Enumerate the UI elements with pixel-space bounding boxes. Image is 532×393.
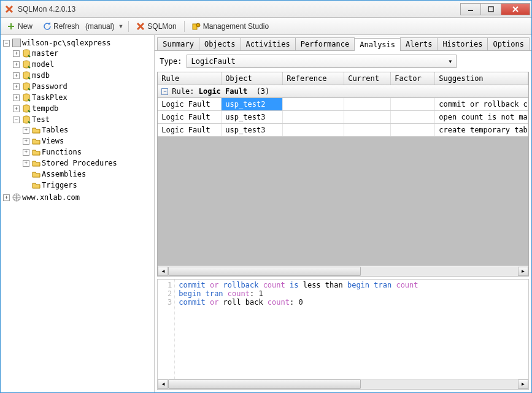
expand-icon[interactable]: + <box>3 194 10 201</box>
expand-icon[interactable]: + <box>13 50 20 57</box>
grid-cell-object[interactable]: usp_test2 <box>222 98 283 110</box>
scroll-thumb[interactable] <box>168 380 360 389</box>
code-horizontal-scrollbar[interactable]: ◄ ► <box>158 379 528 389</box>
type-value: LogicFault <box>191 57 235 66</box>
grid-cell-object[interactable]: usp_test3 <box>222 111 283 123</box>
expand-icon[interactable]: + <box>13 61 20 68</box>
svg-point-3 <box>196 23 200 27</box>
grid-header-cell[interactable]: Object <box>222 72 283 85</box>
collapse-icon[interactable]: − <box>3 40 10 47</box>
scroll-track[interactable] <box>168 267 518 276</box>
scroll-thumb[interactable] <box>168 267 360 276</box>
maximize-button[interactable] <box>480 3 501 15</box>
collapse-icon[interactable]: − <box>13 116 20 123</box>
grid-cell-rule[interactable]: Logic Fault <box>158 124 222 136</box>
grid-cell-reference[interactable] <box>283 111 344 123</box>
tree-db-item[interactable]: +model <box>13 59 153 69</box>
tree-url-label: www.xnlab.com <box>22 193 80 202</box>
tab-histories[interactable]: Histories <box>437 37 488 50</box>
expand-icon[interactable]: + <box>13 72 20 79</box>
grid-cell-object[interactable]: usp_test3 <box>222 124 283 136</box>
tab-alerts[interactable]: Alerts <box>400 37 438 50</box>
grid-cell-factor[interactable] <box>391 111 435 123</box>
grid-row[interactable]: Logic Faultusp_test2commit or rollback c… <box>158 98 528 111</box>
scroll-left-button[interactable]: ◄ <box>158 380 168 389</box>
tree-db-item[interactable]: −Test <box>13 115 153 124</box>
code-content[interactable]: commit or rollback count is less than be… <box>175 280 528 379</box>
expand-icon[interactable]: + <box>23 127 29 134</box>
grid-cell-suggestion[interactable]: commit or rollback count i <box>435 98 528 110</box>
type-dropdown[interactable]: LogicFault ▾ <box>187 55 457 68</box>
tree-folder-item[interactable]: +Functions <box>23 147 153 157</box>
expand-icon[interactable]: + <box>13 83 20 90</box>
database-icon <box>22 49 31 58</box>
tab-objects[interactable]: Objects <box>199 37 241 50</box>
grid-cell-current[interactable] <box>344 98 391 110</box>
tree-db-item[interactable]: +Password <box>13 82 153 91</box>
expand-icon[interactable]: + <box>23 160 29 167</box>
tree-db-label: model <box>32 59 54 69</box>
tree-folder-item[interactable]: +Stored Procedures <box>23 158 153 168</box>
tree-folder-item[interactable]: +Tables <box>23 125 153 135</box>
tree-url[interactable]: + www.xnlab.com <box>3 193 153 202</box>
expand-icon[interactable]: + <box>23 138 29 145</box>
scroll-left-button[interactable]: ◄ <box>158 267 168 276</box>
tree-folder-item[interactable]: Assemblies <box>23 169 153 179</box>
grid-cell-current[interactable] <box>344 111 391 123</box>
refresh-button[interactable]: Refresh <box>39 21 83 32</box>
close-button[interactable] <box>501 3 530 15</box>
grid-cell-current[interactable] <box>344 124 391 136</box>
grid-cell-reference[interactable] <box>283 124 344 136</box>
folder-icon <box>32 170 40 178</box>
grid-cell-rule[interactable]: Logic Fault <box>158 111 222 123</box>
scroll-right-button[interactable]: ► <box>518 380 528 389</box>
grid-body[interactable]: −Rule: Logic Fault (3)Logic Faultusp_tes… <box>158 85 528 265</box>
tree-folder-label: Stored Procedures <box>42 158 117 168</box>
grid-row[interactable]: Logic Faultusp_test3create temporary tab… <box>158 124 528 137</box>
tab-analysis[interactable]: Analysis <box>354 38 401 51</box>
mgmt-studio-icon <box>192 22 201 31</box>
collapse-icon[interactable]: − <box>161 88 168 95</box>
expand-icon[interactable]: + <box>23 149 29 156</box>
grid-header-cell[interactable]: Suggestion <box>435 72 528 85</box>
new-button[interactable]: New <box>3 21 36 32</box>
sidebar[interactable]: − wilson-pc\sqlexpress +master+model+msd… <box>1 35 155 392</box>
scroll-track[interactable] <box>168 380 518 389</box>
tree-db-item[interactable]: +tempdb <box>13 104 153 113</box>
grid-header-cell[interactable]: Current <box>344 72 391 85</box>
tree-folder-item[interactable]: +Views <box>23 136 153 146</box>
grid-header-cell[interactable]: Reference <box>283 72 344 85</box>
scroll-right-button[interactable]: ► <box>518 267 528 276</box>
tab-activities[interactable]: Activities <box>241 37 296 50</box>
expand-icon[interactable]: + <box>13 105 20 112</box>
database-icon <box>22 104 31 113</box>
grid-group-row[interactable]: −Rule: Logic Fault (3) <box>158 85 528 97</box>
grid-cell-suggestion[interactable]: create temporary table cou <box>435 124 528 136</box>
tree-folder-label: Assemblies <box>42 169 86 179</box>
grid-cell-factor[interactable] <box>391 98 435 110</box>
tab-summary[interactable]: Summary <box>157 37 199 50</box>
database-icon <box>22 115 31 124</box>
grid-cell-factor[interactable] <box>391 124 435 136</box>
folder-icon <box>32 181 40 189</box>
grid-cell-rule[interactable]: Logic Fault <box>158 98 222 110</box>
tab-options[interactable]: Options <box>487 37 530 50</box>
grid-header-cell[interactable]: Rule <box>158 72 222 85</box>
grid-cell-suggestion[interactable]: open count is not matching <box>435 111 528 123</box>
tree-root[interactable]: − wilson-pc\sqlexpress <box>3 38 153 48</box>
tree-db-item[interactable]: +TaskPlex <box>13 93 153 102</box>
tree-db-item[interactable]: +msdb <box>13 71 153 80</box>
management-studio-button[interactable]: Management Studio <box>188 21 272 32</box>
expand-icon[interactable]: + <box>13 94 20 101</box>
sqlmon-button[interactable]: SQLMon <box>133 21 180 32</box>
grid-header-cell[interactable]: Factor <box>391 72 435 85</box>
tree-folder-item[interactable]: Triggers <box>23 180 153 190</box>
grid-horizontal-scrollbar[interactable]: ◄ ► <box>158 265 528 276</box>
svg-point-4 <box>23 50 29 52</box>
minimize-button[interactable] <box>460 3 481 15</box>
tab-performance[interactable]: Performance <box>295 37 355 50</box>
grid-cell-reference[interactable] <box>283 98 344 110</box>
tree-db-item[interactable]: +master <box>13 48 153 58</box>
refresh-mode-dropdown[interactable]: ▼ <box>117 23 125 29</box>
grid-row[interactable]: Logic Faultusp_test3open count is not ma… <box>158 111 528 124</box>
